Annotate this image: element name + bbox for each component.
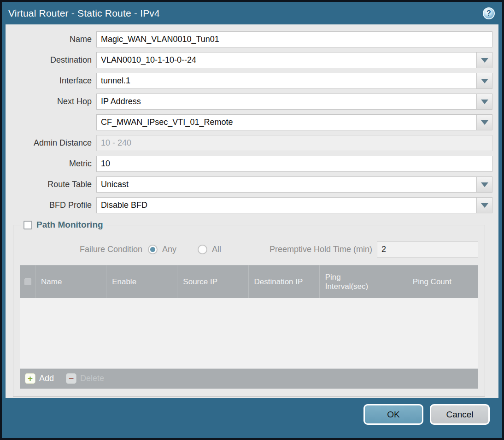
radio-all-label: All — [212, 245, 221, 254]
failure-condition-row: Failure Condition Any All Preemptive Hol… — [20, 241, 478, 258]
path-monitoring-section: Path Monitoring Failure Condition Any Al… — [13, 220, 485, 397]
failure-condition-radio-group: Any All — [148, 245, 236, 254]
next-hop-type-input[interactable] — [96, 94, 477, 110]
dialog-title: Virtual Router - Static Route - IPv4 — [8, 8, 160, 19]
column-header-ping-interval[interactable]: Ping Interval(sec) — [319, 265, 407, 298]
minus-icon: − — [66, 373, 76, 384]
chevron-down-icon — [481, 100, 488, 104]
destination-input[interactable] — [96, 52, 477, 68]
column-header-source-ip[interactable]: Source IP — [177, 265, 248, 298]
form-row-interface: Interface — [6, 73, 492, 89]
delete-button-label: Delete — [80, 374, 104, 383]
path-monitoring-checkbox[interactable] — [23, 221, 32, 229]
radio-option-all[interactable]: All — [198, 245, 221, 254]
bfd-profile-input[interactable] — [96, 197, 477, 213]
dialog-footer: OK Cancel — [2, 398, 502, 438]
add-button[interactable]: + Add — [25, 373, 54, 384]
metric-label: Metric — [6, 159, 96, 169]
cancel-button[interactable]: Cancel — [430, 404, 490, 425]
destination-dropdown-button[interactable] — [477, 52, 492, 68]
interface-dropdown-button[interactable] — [477, 73, 492, 89]
chevron-down-icon — [481, 203, 488, 208]
preemptive-hold-time-input[interactable] — [377, 241, 478, 258]
failure-condition-label: Failure Condition — [20, 245, 148, 254]
chevron-down-icon — [481, 120, 488, 125]
path-monitoring-legend: Path Monitoring — [21, 220, 106, 230]
next-hop-label: Next Hop — [6, 97, 96, 106]
form-row-admin-distance: Admin Distance — [6, 135, 492, 151]
column-header-enable[interactable]: Enable — [106, 265, 177, 298]
table-body-empty[interactable] — [20, 298, 478, 369]
admin-distance-input[interactable] — [96, 135, 492, 151]
bfd-profile-label: BFD Profile — [6, 200, 96, 210]
interface-label: Interface — [6, 76, 96, 86]
static-route-dialog: Virtual Router - Static Route - IPv4 ? N… — [0, 0, 504, 440]
metric-input[interactable] — [96, 156, 492, 172]
table-toolbar: + Add − Delete — [20, 369, 478, 388]
next-hop-address-dropdown-button[interactable] — [477, 114, 492, 130]
preemptive-hold-time-label: Preemptive Hold Time (min) — [270, 245, 377, 254]
interface-input[interactable] — [96, 73, 477, 89]
route-table-dropdown-button[interactable] — [477, 176, 492, 193]
radio-any-icon — [148, 245, 158, 254]
delete-button[interactable]: − Delete — [66, 373, 104, 384]
path-monitoring-label: Path Monitoring — [36, 220, 103, 230]
plus-icon: + — [25, 373, 35, 384]
form-row-name: Name — [6, 31, 492, 47]
chevron-down-icon — [481, 182, 488, 187]
next-hop-type-dropdown-button[interactable] — [477, 94, 492, 110]
radio-all-icon — [198, 245, 207, 254]
title-bar: Virtual Router - Static Route - IPv4 ? — [2, 2, 502, 24]
route-table-label: Route Table — [6, 180, 96, 189]
radio-option-any[interactable]: Any — [148, 245, 176, 254]
bfd-profile-dropdown-button[interactable] — [477, 197, 492, 213]
admin-distance-label: Admin Distance — [6, 138, 96, 148]
form-row-metric: Metric — [6, 156, 492, 172]
dialog-content: Name Destination Interface — [6, 24, 498, 398]
route-table-input[interactable] — [96, 176, 477, 193]
form-row-next-hop: Next Hop — [6, 94, 492, 110]
form-row-next-hop-address — [6, 114, 492, 130]
table-header-row: Name Enable Source IP Destination IP Pin… — [20, 265, 478, 298]
name-input[interactable] — [96, 31, 492, 47]
next-hop-address-input[interactable] — [96, 114, 477, 130]
column-header-ping-count[interactable]: Ping Count — [407, 265, 478, 298]
chevron-down-icon — [481, 58, 488, 63]
destination-label: Destination — [6, 55, 96, 65]
select-all-checkbox[interactable] — [24, 278, 31, 285]
radio-any-label: Any — [162, 245, 176, 254]
ok-button[interactable]: OK — [363, 404, 423, 425]
name-label: Name — [6, 35, 96, 44]
column-header-destination-ip[interactable]: Destination IP — [248, 265, 319, 298]
path-monitoring-table: Name Enable Source IP Destination IP Pin… — [20, 265, 478, 389]
chevron-down-icon — [481, 79, 488, 83]
form-row-destination: Destination — [6, 52, 492, 68]
form-row-bfd-profile: BFD Profile — [6, 197, 492, 213]
column-header-name[interactable]: Name — [35, 265, 106, 298]
add-button-label: Add — [39, 374, 54, 383]
help-icon[interactable]: ? — [483, 7, 495, 19]
form-row-route-table: Route Table — [6, 176, 492, 193]
select-all-cell — [20, 265, 35, 298]
